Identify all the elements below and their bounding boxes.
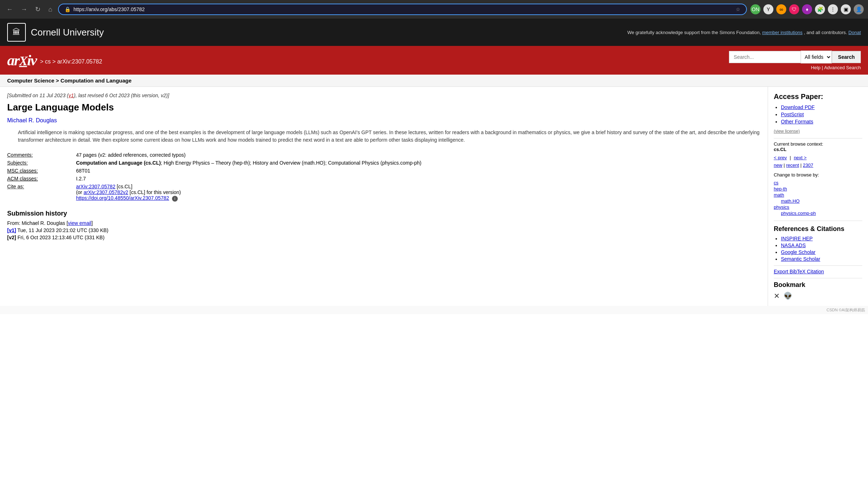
search-field-select[interactable]: All fields Title Author Abstract — [801, 51, 832, 63]
inspire-hep-link[interactable]: INSPIRE HEP — [781, 236, 813, 241]
address-bar[interactable]: 🔒 https://arxiv.org/abs/2307.05782 ☆ — [58, 4, 747, 15]
arxiv-logo-text: arXiv — [7, 52, 37, 69]
extension-5[interactable]: ♦ — [802, 4, 812, 14]
arxiv-breadcrumb: > cs > arXiv:2307.05782 — [40, 56, 102, 65]
secure-icon: 🔒 — [65, 6, 71, 12]
search-row: All fields Title Author Abstract Search — [729, 51, 861, 63]
cornell-name: Cornell University — [31, 27, 104, 38]
url-text: https://arxiv.org/abs/2307.05782 — [73, 6, 145, 12]
msc-label: MSC classes: — [7, 167, 76, 175]
subjects-value: Computation and Language (cs.CL); High E… — [76, 159, 760, 167]
member-institutions-link[interactable]: member institutions — [762, 30, 803, 35]
browse-physics-link[interactable]: physics — [774, 204, 789, 210]
browse-physics-comp-ph: physics.comp-ph — [774, 210, 862, 216]
browse-context-value: cs.CL — [774, 147, 786, 152]
browse-hep-th-link[interactable]: hep-th — [774, 186, 787, 192]
meta-table: Comments: 47 pages (v2: added references… — [7, 151, 760, 203]
sidebar: Access Paper: Download PDF PostScript Ot… — [768, 87, 868, 306]
bookmark-x-icon[interactable]: ✕ — [774, 292, 780, 300]
arxiv-header: arXiv > cs > arXiv:2307.05782 All fields… — [0, 46, 868, 75]
google-scholar-link[interactable]: Google Scholar — [781, 249, 816, 255]
access-paper-list: Download PDF PostScript Other Formats — [774, 104, 862, 124]
next-link[interactable]: next > — [794, 155, 807, 160]
extension-7[interactable]: ⋮ — [828, 4, 838, 14]
author-link[interactable]: Michael R. Douglas — [7, 117, 760, 124]
browse-math-ho: math.HO — [774, 198, 862, 204]
subject-breadcrumb-text: Computer Science > Computation and Langu… — [7, 77, 132, 84]
browse-math-ho-link[interactable]: math.HO — [781, 198, 800, 204]
back-button[interactable]: ← — [4, 4, 15, 15]
acm-row: ACM classes: I.2.7 — [7, 175, 760, 183]
browser-chrome: ← → ↻ ⌂ 🔒 https://arxiv.org/abs/2307.057… — [0, 0, 868, 19]
nasa-ads-link[interactable]: NASA ADS — [781, 242, 806, 248]
divider-1 — [774, 138, 862, 138]
browse-math-link[interactable]: math — [774, 192, 784, 198]
cite-row: Cite as: arXiv:2307.05782 [cs.CL] (or ar… — [7, 183, 760, 203]
browser-actions: ON Y ∞ 🛡 ♦ 🧩 ⋮ ▣ 👤 — [750, 4, 864, 14]
divider-2 — [774, 221, 862, 221]
refresh-button[interactable]: ↻ — [33, 4, 43, 15]
donate-link[interactable]: Donat — [848, 30, 861, 35]
browse-hep-th: hep-th — [774, 186, 862, 192]
access-paper-title: Access Paper: — [774, 93, 862, 101]
extension-6[interactable]: 🧩 — [815, 4, 825, 14]
view-license: (view license) — [774, 129, 862, 134]
cite-v2-link[interactable]: arXiv:2307.05782v2 — [84, 189, 128, 195]
profile-icon[interactable]: 👤 — [854, 4, 864, 14]
browse-physics: physics — [774, 204, 862, 210]
export-bibtex-link[interactable]: Export BibTeX Citation — [774, 269, 862, 274]
home-button[interactable]: ⌂ — [46, 4, 54, 15]
semantic-scholar-link[interactable]: Semantic Scholar — [781, 256, 820, 262]
recent-link[interactable]: recent — [786, 162, 799, 168]
msc-row: MSC classes: 68T01 — [7, 167, 760, 175]
nasa-ads-item: NASA ADS — [781, 242, 862, 248]
change-browse-label: Change to browse by: — [774, 172, 862, 178]
other-formats-link[interactable]: Other Formats — [781, 119, 813, 124]
search-input[interactable] — [729, 51, 801, 63]
help-link[interactable]: Help — [811, 65, 821, 70]
cite-label: Cite as: — [7, 183, 76, 203]
google-scholar-item: Google Scholar — [781, 249, 862, 255]
history-v2: [v2] Fri, 6 Oct 2023 12:13:46 UTC (331 K… — [7, 235, 760, 240]
prev-link[interactable]: < prev — [774, 155, 787, 160]
extension-2[interactable]: Y — [763, 4, 773, 14]
search-button[interactable]: Search — [832, 51, 861, 63]
postscript-item: PostScript — [781, 112, 862, 117]
subjects-label: Subjects: — [7, 159, 76, 167]
search-links: Help | Advanced Search — [811, 65, 861, 70]
v1-link[interactable]: v1 — [68, 93, 74, 98]
comments-label: Comments: — [7, 151, 76, 159]
cornell-header: 🏛 Cornell University We gratefully ackno… — [0, 19, 868, 46]
browse-number-link[interactable]: 2307 — [803, 162, 813, 168]
acm-value: I.2.7 — [76, 175, 760, 183]
submission-date: [Submitted on 11 Jul 2023 (v1), last rev… — [7, 93, 760, 98]
forward-button[interactable]: → — [19, 4, 29, 15]
new-link[interactable]: new — [774, 162, 782, 168]
sidebar-toggle[interactable]: ▣ — [841, 4, 851, 14]
info-icon[interactable]: i — [172, 196, 178, 202]
arxiv-logo-area: arXiv > cs > arXiv:2307.05782 — [7, 52, 102, 69]
main-layout: [Submitted on 11 Jul 2023 (v1), last rev… — [0, 87, 868, 306]
browse-cs-link[interactable]: cs — [774, 180, 778, 185]
arxiv-logo[interactable]: arXiv — [7, 52, 37, 69]
postscript-link[interactable]: PostScript — [781, 112, 804, 117]
extension-4[interactable]: 🛡 — [789, 4, 799, 14]
cornell-seal: 🏛 — [7, 23, 26, 42]
star-icon[interactable]: ☆ — [736, 6, 740, 12]
extension-3[interactable]: ∞ — [776, 4, 786, 14]
view-email-link[interactable]: view email — [68, 220, 91, 226]
cite-id-link[interactable]: arXiv:2307.05782 — [76, 184, 115, 189]
download-pdf-link[interactable]: Download PDF — [781, 104, 815, 110]
browse-physics-comp-ph-link[interactable]: physics.comp-ph — [781, 211, 816, 216]
v1-history-link[interactable]: [v1] — [7, 227, 16, 233]
content-area: [Submitted on 11 Jul 2023 (v1), last rev… — [0, 87, 768, 306]
bookmark-reddit-icon[interactable]: 👽 — [783, 292, 792, 300]
cornell-logo: 🏛 Cornell University — [7, 23, 104, 42]
advanced-search-link[interactable]: Advanced Search — [824, 65, 861, 70]
abstract-text: Artificial intelligence is making specta… — [18, 129, 760, 144]
view-license-link[interactable]: (view license) — [774, 129, 800, 134]
extension-1[interactable]: ON — [750, 4, 760, 14]
msc-value: 68T01 — [76, 167, 760, 175]
comments-row: Comments: 47 pages (v2: added references… — [7, 151, 760, 159]
doi-link[interactable]: https://doi.org/10.48550/arXiv.2307.0578… — [76, 195, 169, 201]
